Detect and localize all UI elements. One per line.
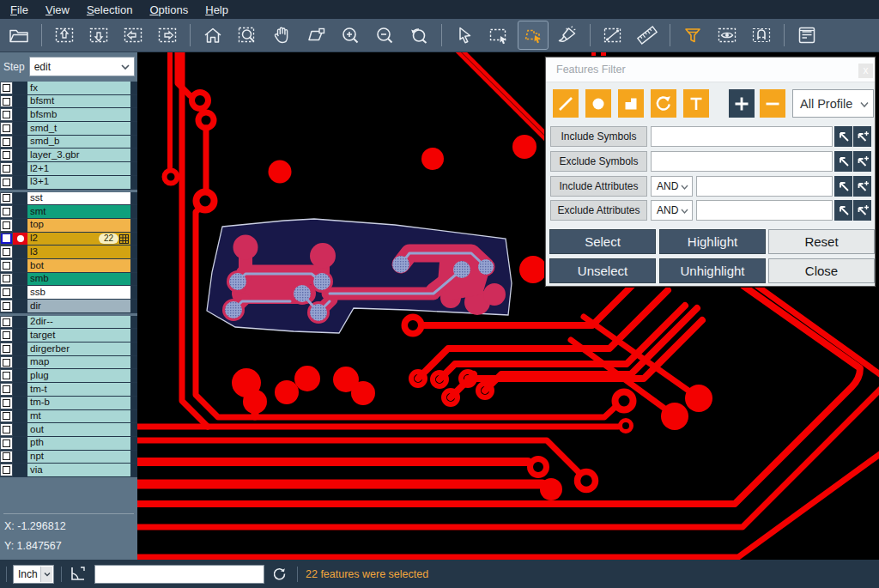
layer-visibility-checkbox[interactable] — [0, 246, 13, 258]
layer-visibility-checkbox[interactable] — [0, 329, 13, 342]
layer-name[interactable]: ssb — [27, 286, 130, 299]
layer-visibility-checkbox[interactable] — [0, 356, 13, 369]
layer-name[interactable]: bfsmt — [27, 95, 130, 108]
surface-icon[interactable] — [618, 89, 644, 118]
layer-name[interactable]: smd_t — [27, 122, 130, 135]
reset-button[interactable]: Reset — [768, 229, 875, 254]
pan-hand-icon[interactable] — [267, 21, 296, 49]
measure-line-icon[interactable] — [598, 21, 627, 49]
zoom-previous-icon[interactable] — [404, 21, 433, 49]
filter-value-input[interactable] — [651, 126, 833, 147]
pick-from-canvas-icon[interactable] — [834, 200, 852, 221]
clear-brush-icon[interactable] — [553, 21, 582, 49]
filter-value-input[interactable] — [696, 176, 833, 197]
layer-name[interactable]: tm-b — [27, 397, 130, 409]
layer-name[interactable]: smb — [27, 273, 130, 286]
layer-name[interactable]: tm-t — [27, 383, 130, 396]
filter-row-label[interactable]: Include Symbols — [550, 126, 647, 147]
highlight-button[interactable]: Highlight — [659, 229, 766, 254]
filter-value-input[interactable] — [651, 151, 833, 172]
layer-visibility-checkbox[interactable] — [0, 369, 13, 382]
refresh-icon[interactable] — [272, 567, 287, 581]
layer-visibility-checkbox[interactable] — [0, 149, 13, 161]
layer-name[interactable]: smd_b — [27, 136, 130, 149]
layer-visibility-checkbox[interactable] — [0, 108, 13, 121]
layer-name[interactable]: l3 — [27, 246, 130, 258]
layer-name[interactable]: sst — [27, 192, 130, 205]
layer-name[interactable]: bfsmb — [27, 108, 130, 121]
layer-name[interactable]: l222 — [27, 233, 130, 246]
minus-icon[interactable] — [760, 89, 785, 118]
layer-visibility-checkbox[interactable] — [0, 192, 13, 205]
and-select[interactable]: AND — [651, 200, 693, 221]
layer-name[interactable]: smt — [27, 205, 130, 218]
layer-visibility-checkbox[interactable] — [0, 397, 13, 409]
layer-visibility-checkbox[interactable] — [0, 423, 13, 436]
menu-options[interactable]: Options — [141, 2, 197, 18]
filter-value-input[interactable] — [696, 200, 833, 221]
layer-name[interactable]: out — [27, 423, 130, 436]
layer-name[interactable]: map — [27, 356, 130, 369]
line-icon[interactable] — [553, 89, 579, 118]
layer-visibility-checkbox[interactable] — [0, 273, 13, 286]
layer-visibility-checkbox[interactable] — [0, 437, 13, 450]
profile-select[interactable]: All Profile — [792, 89, 874, 118]
command-input[interactable] — [94, 565, 264, 584]
select-cursor-icon[interactable] — [450, 21, 479, 49]
select-rectangle-icon[interactable] — [484, 21, 513, 49]
layer-visibility-checkbox[interactable] — [0, 122, 13, 135]
arc-icon[interactable] — [651, 89, 676, 118]
pan-down-icon[interactable] — [84, 21, 113, 49]
units-select[interactable]: Inch — [13, 565, 54, 584]
layer-visibility-checkbox[interactable] — [0, 205, 13, 218]
open-folder-icon[interactable] — [4, 21, 33, 49]
layer-name[interactable]: npt — [27, 451, 130, 464]
layer-name[interactable]: pth — [27, 437, 130, 450]
layer-visibility-checkbox[interactable] — [0, 342, 13, 355]
close-icon[interactable]: x — [858, 64, 873, 78]
zoom-in-icon[interactable] — [336, 21, 365, 49]
layer-visibility-checkbox[interactable] — [0, 451, 13, 464]
layer-name[interactable]: 2dir-- — [27, 316, 130, 329]
layer-name[interactable]: target — [27, 329, 130, 342]
zoom-window-icon[interactable] — [233, 21, 262, 49]
angle-measure-icon[interactable] — [70, 566, 86, 582]
pan-left-icon[interactable] — [118, 21, 148, 49]
layer-name[interactable]: mt — [27, 410, 130, 423]
layer-visibility-checkbox[interactable] — [0, 136, 13, 149]
pick-add-from-canvas-icon[interactable] — [853, 200, 871, 221]
layer-visibility-checkbox[interactable] — [0, 233, 13, 246]
pick-from-canvas-icon[interactable] — [834, 126, 852, 147]
layer-name[interactable]: dirgerber — [27, 342, 130, 355]
layer-visibility-checkbox[interactable] — [0, 162, 13, 175]
and-select[interactable]: AND — [651, 176, 693, 197]
zoom-out-icon[interactable] — [370, 21, 399, 49]
layer-name[interactable]: top — [27, 219, 130, 232]
layer-visibility-checkbox[interactable] — [0, 95, 13, 108]
layer-name[interactable]: via — [27, 464, 130, 476]
layer-visibility-checkbox[interactable] — [0, 176, 13, 189]
filter-icon[interactable] — [678, 21, 707, 49]
layer-visibility-checkbox[interactable] — [0, 286, 13, 299]
filter-row-label[interactable]: Include Attributes — [550, 176, 647, 197]
menu-selection[interactable]: Selection — [78, 2, 141, 18]
pick-from-canvas-icon[interactable] — [834, 176, 852, 197]
layer-visibility-checkbox[interactable] — [0, 219, 13, 232]
layer-visibility-checkbox[interactable] — [0, 259, 13, 272]
menu-view[interactable]: View — [37, 2, 78, 18]
home-icon[interactable] — [198, 21, 227, 49]
select-button[interactable]: Select — [549, 229, 656, 254]
text-icon[interactable] — [683, 89, 709, 118]
layer-name[interactable]: fx — [27, 82, 130, 94]
layer-name[interactable]: l2+1 — [27, 162, 130, 175]
zoom-polygon-icon[interactable] — [301, 21, 330, 49]
menu-help[interactable]: Help — [197, 2, 237, 18]
layer-name[interactable]: l3+1 — [27, 176, 130, 189]
unselect-button[interactable]: Unselect — [549, 258, 656, 283]
layer-name[interactable]: layer_3.gbr — [27, 149, 130, 161]
layer-visibility-checkbox[interactable] — [0, 383, 13, 396]
close-button[interactable]: Close — [768, 258, 875, 283]
pick-add-from-canvas-icon[interactable] — [853, 151, 871, 172]
layer-name[interactable]: bot — [27, 259, 130, 272]
select-polygon-icon[interactable] — [518, 21, 548, 49]
